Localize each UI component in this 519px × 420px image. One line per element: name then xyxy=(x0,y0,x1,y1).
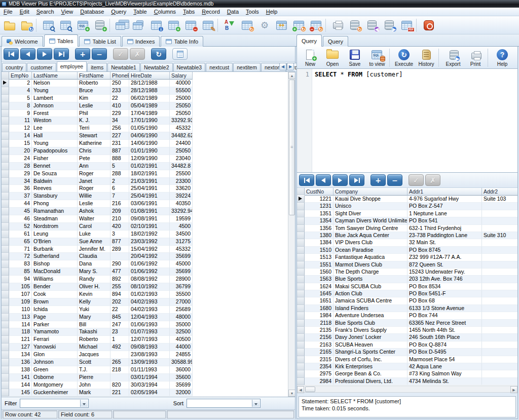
table-row[interactable]: 2984Professional Divers, Ltd.4734 Melind… xyxy=(297,378,517,385)
row-indicator[interactable] xyxy=(297,254,305,261)
cell[interactable]: 2163 xyxy=(305,341,333,349)
execute-button[interactable]: ↻Execute xyxy=(393,47,415,68)
column-header-empno[interactable]: EmpNo xyxy=(9,72,32,80)
row-indicator[interactable] xyxy=(297,247,305,254)
cell[interactable]: 289 xyxy=(110,246,129,253)
cell[interactable]: 15/04/1992 xyxy=(129,246,170,253)
row-indicator[interactable] xyxy=(2,306,9,314)
cell[interactable]: 23040 xyxy=(170,155,193,163)
row-indicator[interactable] xyxy=(2,200,9,208)
cell[interactable]: Dana xyxy=(78,260,110,268)
prior-record-button[interactable] xyxy=(20,48,35,60)
cell[interactable]: 28/12/1988 xyxy=(129,87,170,95)
cell[interactable]: 25500 xyxy=(170,170,193,178)
result-insert-record-button[interactable]: + xyxy=(370,174,386,186)
cell[interactable]: Katherine xyxy=(78,140,110,147)
cell[interactable]: Terri xyxy=(78,125,110,132)
cell[interactable]: 25050 xyxy=(170,102,193,110)
menu-columns[interactable]: Columns xyxy=(151,8,179,16)
row-indicator[interactable] xyxy=(297,378,305,385)
cell[interactable]: 03/01/1994 xyxy=(129,374,170,381)
row-indicator[interactable] xyxy=(2,276,9,283)
table-row[interactable]: 105BenderOliver H.25508/10/199236799 xyxy=(2,283,295,291)
cell[interactable]: 24855 xyxy=(170,351,193,359)
column-header-hiredate[interactable]: HireDate xyxy=(129,72,170,80)
cell[interactable]: Mary S. xyxy=(78,268,110,276)
cell[interactable]: Jennifer M. xyxy=(78,246,110,253)
cell[interactable]: Bennet xyxy=(32,163,78,170)
cell[interactable]: 1551 xyxy=(305,261,333,269)
cell[interactable]: 118 xyxy=(9,328,32,336)
cell[interactable]: Blue Sports xyxy=(333,276,407,283)
cell[interactable]: PO Box 8534 xyxy=(407,283,482,290)
table-row[interactable]: 94WilliamsRandy89208/08/199228900 xyxy=(2,276,295,283)
cell[interactable]: 30588.99 xyxy=(170,359,193,366)
row-indicator[interactable] xyxy=(2,260,9,268)
cell[interactable]: 2354 xyxy=(305,363,333,370)
table-row[interactable]: 107CookKevin89401/02/199335500 xyxy=(2,291,295,298)
table-row[interactable]: 1560The Depth Charge15243 Underwater Fwy… xyxy=(297,269,517,276)
table-row[interactable]: 2118Blue Sports Club63365 Nez Perce Stre… xyxy=(297,320,517,327)
cell[interactable]: Kim xyxy=(78,95,110,102)
menu-table[interactable]: Table xyxy=(130,8,150,16)
cell[interactable]: Pierre xyxy=(78,374,110,381)
cell[interactable]: 01/06/1992 xyxy=(129,260,170,268)
row-indicator[interactable] xyxy=(2,110,9,118)
cell[interactable]: 40000 xyxy=(170,80,193,87)
row-indicator[interactable] xyxy=(297,290,305,297)
row-indicator[interactable] xyxy=(297,283,305,290)
cell[interactable]: Osborne xyxy=(32,374,78,381)
cell[interactable]: 40350 xyxy=(170,200,193,208)
cell[interactable]: 5 xyxy=(110,163,129,170)
cell[interactable]: PO Box 8745 xyxy=(407,247,482,254)
cell[interactable]: Johnson xyxy=(32,359,78,366)
row-indicator[interactable] xyxy=(2,374,9,381)
cell[interactable]: MacDonald xyxy=(32,268,78,276)
column-header-firstname[interactable]: FirstName xyxy=(78,72,110,80)
query-tab-2[interactable]: Query xyxy=(323,36,348,47)
row-indicator[interactable] xyxy=(2,246,9,253)
cell[interactable]: Ashok xyxy=(78,208,110,215)
cell[interactable]: 35000 xyxy=(170,321,193,329)
cell[interactable]: 01/06/1992 xyxy=(129,268,170,276)
row-indicator[interactable] xyxy=(2,381,9,389)
cell[interactable]: The Depth Charge xyxy=(333,269,407,276)
export-pdf-button[interactable]: PDF xyxy=(398,17,416,33)
cell[interactable]: Hall xyxy=(32,132,78,140)
row-indicator[interactable] xyxy=(2,359,9,366)
cell[interactable]: 4-976 Sugarloaf Hwy xyxy=(407,196,482,203)
row-indicator[interactable] xyxy=(2,366,9,374)
tab-table-info[interactable]: Table Info xyxy=(161,36,203,47)
cell[interactable]: 36000 xyxy=(170,366,193,374)
row-indicator[interactable] xyxy=(297,225,305,232)
cell[interactable]: 477 xyxy=(110,268,129,276)
table-row[interactable]: 28BennetAnn501/02/199134482.8 xyxy=(2,163,295,170)
menu-record[interactable]: Record xyxy=(198,8,223,16)
cell[interactable]: 71 xyxy=(9,246,32,253)
cell[interactable]: Young xyxy=(32,140,78,147)
cell[interactable]: 2118 xyxy=(305,320,333,327)
cell[interactable]: 15243 Underwater Fwy. xyxy=(407,269,482,276)
cell[interactable]: 22 xyxy=(110,95,129,102)
cell[interactable]: Yuki xyxy=(78,306,110,314)
exit-button[interactable] xyxy=(420,17,437,33)
table-row[interactable]: 1354Cayman Divers World UnlimitedPO Box … xyxy=(297,217,517,224)
cell[interactable]: 127 xyxy=(9,343,32,351)
row-indicator[interactable] xyxy=(2,215,9,223)
cell[interactable]: 2984 xyxy=(305,378,333,385)
tab-scroll-right-icon[interactable]: ▶ xyxy=(287,63,294,70)
add-database-button[interactable]: + xyxy=(92,17,109,33)
row-indicator[interactable] xyxy=(297,305,305,312)
cell[interactable]: 45332 xyxy=(170,246,193,253)
print-button[interactable]: Print xyxy=(464,47,487,68)
cell[interactable] xyxy=(482,254,517,261)
cell[interactable]: Willie xyxy=(78,193,110,200)
cell[interactable]: 04/06/1990 xyxy=(129,132,170,140)
cell[interactable]: 1560 xyxy=(305,269,333,276)
menu-file[interactable]: File xyxy=(0,8,16,16)
cell[interactable]: 1354 xyxy=(305,217,333,224)
table-row[interactable]: 72SutherlandClaudia20/04/199235699 xyxy=(2,253,295,260)
scroll-down-icon[interactable]: ▼ xyxy=(288,390,295,397)
row-indicator[interactable] xyxy=(2,336,9,343)
cell[interactable]: Cook xyxy=(32,291,78,298)
